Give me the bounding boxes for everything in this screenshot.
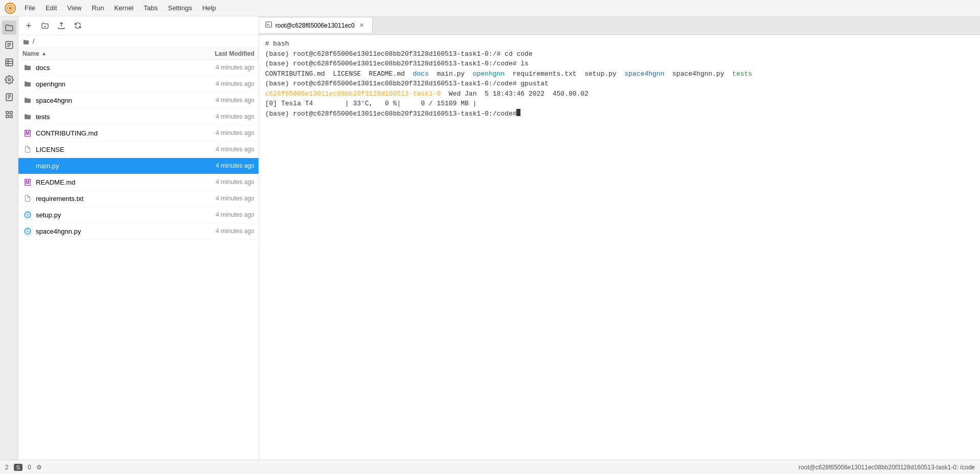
file-list-item[interactable]: tests4 minutes ago (18, 109, 258, 125)
new-file-button[interactable] (23, 19, 35, 32)
terminal-cursor (516, 109, 520, 116)
column-name[interactable]: Name (23, 50, 183, 57)
md-file-icon: M (23, 128, 33, 138)
file-modified-label: 4 minutes ago (183, 211, 254, 218)
file-browser-toolbar (18, 16, 258, 35)
terminal-line-prompt: (base) root@c628f65006e13011ec08bb20f312… (265, 109, 974, 119)
svg-point-7 (27, 165, 29, 167)
file-name-label: README.md (36, 178, 183, 186)
file-modified-label: 4 minutes ago (183, 178, 254, 186)
file-list-item[interactable]: MREADME.md4 minutes ago (18, 174, 258, 191)
py-file-icon (23, 210, 33, 220)
status-num: 2 (5, 464, 9, 471)
file-list-item[interactable]: requirements.txt4 minutes ago (18, 191, 258, 207)
terminal-line: # bash (265, 39, 974, 49)
terminal-tab-close[interactable]: ✕ (358, 21, 366, 30)
terminal-line: (base) root@c628f65006e13011ec08bb20f312… (265, 59, 974, 69)
svg-point-4 (8, 79, 10, 81)
refresh-button[interactable] (72, 19, 84, 32)
terminal-area: root@c628f65006e13011ec0 ✕ # bash (base)… (259, 16, 980, 460)
file-name-label: tests (36, 113, 183, 121)
file-modified-label: 4 minutes ago (183, 64, 254, 71)
upload-button[interactable] (55, 19, 68, 32)
terminal-line-gpustat-host: c628f65006e13011ec08bb20f3128d160513-tas… (265, 89, 974, 99)
file-list-item[interactable]: main.py4 minutes ago (18, 158, 258, 174)
svg-point-1 (9, 7, 12, 10)
svg-rect-3 (6, 59, 13, 66)
file-modified-label: 4 minutes ago (183, 146, 254, 153)
terminal-line: (base) root@c628f65006e13011ec08bb20f312… (265, 49, 974, 59)
menu-tabs[interactable]: Tabs (140, 3, 162, 13)
file-list-item[interactable]: MCONTRIBUTING.md4 minutes ago (18, 125, 258, 142)
file-browser: / Name Last Modified docs4 minutes agoop… (18, 16, 259, 460)
file-list-item[interactable]: LICENSE4 minutes ago (18, 142, 258, 158)
file-name-label: CONTRIBUTING.md (36, 129, 183, 137)
sidebar-extension-icon[interactable] (2, 107, 16, 122)
file-list-item[interactable]: openhgnn4 minutes ago (18, 76, 258, 93)
terminal-line: (base) root@c628f65006e13011ec08bb20f312… (265, 79, 974, 89)
file-modified-label: 4 minutes ago (183, 129, 254, 137)
menu-bar: File Edit View Run Kernel Tabs Settings … (0, 0, 980, 16)
py-file-icon (23, 161, 33, 171)
terminal-tab-label: root@c628f65006e13011ec0 (275, 22, 355, 29)
svg-point-9 (27, 214, 29, 216)
menu-run[interactable]: Run (88, 3, 108, 13)
terminal-tab[interactable]: root@c628f65006e13011ec0 ✕ (259, 18, 373, 33)
menu-edit[interactable]: Edit (41, 3, 61, 13)
terminal-line-gpustat-gpu: [0] Tesla T4 | 33'C, 0 %| 0 / 15109 MB | (265, 99, 974, 109)
file-list-item[interactable]: space4hgnn4 minutes ago (18, 93, 258, 109)
md-file-icon: M (23, 177, 33, 187)
terminal-line-ls: CONTRIBUTING.md LICENSE README.md docs m… (265, 69, 974, 79)
file-modified-label: 4 minutes ago (183, 97, 254, 104)
sidebar-pages-icon[interactable] (2, 90, 16, 104)
status-left: 2 S 0 ⚙ (5, 464, 42, 471)
status-terminal-badge[interactable]: S (14, 464, 23, 471)
file-file-icon (23, 144, 33, 154)
menu-view[interactable]: View (63, 3, 85, 13)
sidebar-running-icon[interactable] (2, 38, 16, 52)
file-modified-label: 4 minutes ago (183, 228, 254, 235)
file-modified-label: 4 minutes ago (183, 113, 254, 120)
svg-point-11 (27, 231, 29, 232)
new-folder-button[interactable] (39, 19, 51, 32)
status-gear-count: 0 (28, 464, 31, 471)
status-gear-icon[interactable]: ⚙ (36, 464, 42, 471)
file-list-item[interactable]: setup.py4 minutes ago (18, 207, 258, 223)
menu-file[interactable]: File (20, 3, 39, 13)
menu-settings[interactable]: Settings (164, 3, 196, 13)
file-name-label: docs (36, 64, 183, 72)
menu-help[interactable]: Help (198, 3, 220, 13)
menu-kernel[interactable]: Kernel (110, 3, 138, 13)
py-file-icon (23, 226, 33, 236)
terminal-tab-icon (265, 21, 272, 30)
file-name-label: requirements.txt (36, 195, 183, 202)
file-name-label: setup.py (36, 211, 183, 219)
txt-file-icon (23, 193, 33, 204)
status-right: root@c628f65006e13011ec08bb20f3128d16051… (799, 464, 975, 471)
terminal-content[interactable]: # bash (base) root@c628f65006e13011ec08b… (259, 35, 980, 460)
file-modified-label: 4 minutes ago (183, 80, 254, 87)
file-name-label: space4hgnn (36, 97, 183, 104)
file-list-item[interactable]: docs4 minutes ago (18, 60, 258, 76)
tab-bar: root@c628f65006e13011ec0 ✕ (259, 16, 980, 35)
status-bar: 2 S 0 ⚙ root@c628f65006e13011ec08bb20f31… (0, 460, 980, 474)
sidebar-table-icon[interactable] (2, 55, 16, 70)
icon-sidebar (0, 16, 18, 460)
app-logo (4, 2, 16, 14)
column-modified: Last Modified (183, 50, 254, 57)
file-name-label: main.py (36, 162, 183, 170)
breadcrumb: / (18, 35, 258, 48)
file-name-label: LICENSE (36, 146, 183, 153)
file-name-label: openhgnn (36, 80, 183, 88)
folder-file-icon (23, 95, 33, 105)
folder-file-icon (23, 111, 33, 122)
file-list-header: Name Last Modified (18, 48, 258, 60)
file-modified-label: 4 minutes ago (183, 195, 254, 202)
file-list-item[interactable]: space4hgnn.py4 minutes ago (18, 223, 258, 240)
file-list: docs4 minutes agoopenhgnn4 minutes agosp… (18, 60, 258, 460)
sidebar-settings-icon[interactable] (2, 73, 16, 87)
sidebar-folder-icon[interactable] (2, 20, 16, 35)
folder-file-icon (23, 79, 33, 89)
file-name-label: space4hgnn.py (36, 228, 183, 235)
folder-file-icon (23, 62, 33, 73)
